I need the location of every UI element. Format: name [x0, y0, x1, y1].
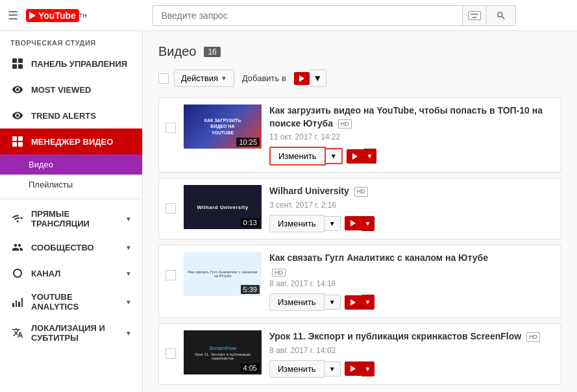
edit-button-4[interactable]: Изменить: [269, 360, 325, 378]
sidebar-label-localization: ЛОКАЛИЗАЦИЯ И СУБТИТРЫ: [31, 323, 119, 343]
sidebar-item-playlists[interactable]: Плейлисты: [0, 175, 142, 195]
page-title: Видео: [158, 44, 196, 59]
hamburger-menu[interactable]: ☰: [8, 8, 18, 23]
video-play-arrow-1[interactable]: ▼: [363, 149, 377, 164]
video-thumbnail-3: Как связать Гугл Аналитикс с каналом на …: [184, 252, 262, 296]
sidebar-item-localization[interactable]: ЛОКАЛИЗАЦИЯ И СУБТИТРЫ ▼: [0, 317, 142, 349]
video-play-arrow-4[interactable]: ▼: [362, 361, 375, 376]
thumb-duration-1: 10:25: [236, 138, 260, 147]
sidebar-item-videos[interactable]: Видео: [0, 154, 142, 175]
video-checkbox-1[interactable]: [166, 123, 176, 133]
sidebar-item-most-viewed[interactable]: MOST VIEWED: [0, 77, 142, 103]
video-title-2: Wilhard University HD: [269, 185, 554, 198]
sidebar-divider-1: [0, 199, 142, 199]
video-item-2: Wilhard University 0:13 Wilhard Universi…: [158, 178, 561, 239]
video-date-3: 8 авг. 2017 г. 14:18: [269, 279, 554, 288]
chevron-down-icon-localization: ▼: [125, 330, 132, 337]
sidebar-label-channel: КАНАЛ: [31, 269, 119, 278]
thumb-duration-3: 5:39: [241, 285, 260, 294]
play-icon: [29, 12, 36, 19]
video-play-button-3[interactable]: [345, 295, 362, 310]
video-info-3: Как связать Гугл Аналитикс с каналом на …: [269, 252, 554, 312]
actions-button[interactable]: Действия ▼: [174, 69, 234, 87]
thumb-text-4: ScreenFlow Урок 11. Экспорт и публикация…: [184, 343, 262, 363]
video-checkbox-2[interactable]: [166, 203, 176, 214]
sidebar-item-community[interactable]: СООБЩЕСТВО ▼: [0, 234, 142, 260]
search-button[interactable]: [486, 5, 516, 26]
video-actions-4: Изменить ▼ ▼: [269, 360, 554, 378]
video-checkbox-4[interactable]: [166, 349, 176, 359]
thumb-duration-4: 4:05: [241, 363, 260, 373]
add-dropdown-button[interactable]: ▼: [310, 69, 326, 87]
keyboard-button[interactable]: [462, 5, 486, 26]
select-all-checkbox[interactable]: [158, 73, 169, 84]
video-date-2: 3 сент. 2017 г. 2:16: [269, 201, 554, 210]
sidebar-label-videos: Видео: [29, 160, 53, 169]
search-input[interactable]: [153, 5, 462, 26]
video-info-2: Wilhard University HD 3 сент. 2017 г. 2:…: [269, 185, 554, 232]
sidebar-item-trend-alerts[interactable]: TREND ALERTS: [0, 103, 142, 129]
video-checkbox-3[interactable]: [166, 270, 176, 280]
chevron-down-icon-channel: ▼: [125, 270, 132, 277]
sidebar-item-channel[interactable]: КАНАЛ ▼: [0, 260, 142, 286]
sidebar-label-community: СООБЩЕСТВО: [31, 243, 119, 252]
sidebar-item-dashboard[interactable]: ПАНЕЛЬ УПРАВЛЕНИЯ: [0, 51, 142, 77]
channel-icon: [10, 266, 25, 280]
live-icon: [10, 212, 25, 226]
logo-th: TH: [79, 12, 87, 19]
video-play-arrow-2[interactable]: ▼: [362, 216, 375, 231]
toolbar: Действия ▼ Добавить в ▼: [158, 69, 561, 87]
video-item-1: КАК ЗАГРУЗИТЬВИДЕО НАYOUTUBE 10:25 Как з…: [158, 97, 561, 173]
video-thumbnail-2: Wilhard University 0:13: [184, 185, 262, 229]
topbar: ☰ YouTube TH: [0, 0, 577, 31]
video-info-4: Урок 11. Экспорт и публикация скринкасто…: [269, 330, 554, 378]
keyboard-icon: [468, 11, 481, 20]
edit-dropdown-3[interactable]: ▼: [325, 295, 341, 310]
search-icon: [496, 10, 506, 21]
video-play-button-4[interactable]: [345, 361, 362, 376]
sidebar-label-trend-alerts: TREND ALERTS: [31, 111, 132, 121]
sidebar-item-analytics[interactable]: YOUTUBE ANALYTICS ▼: [0, 286, 142, 317]
video-play-arrow-3[interactable]: ▼: [362, 295, 375, 310]
edit-button-2[interactable]: Изменить: [269, 215, 325, 232]
video-play-button-2[interactable]: [345, 216, 362, 230]
community-icon: [10, 240, 25, 254]
edit-dropdown-4[interactable]: ▼: [325, 361, 341, 376]
edit-dropdown-2[interactable]: ▼: [325, 216, 341, 231]
sidebar-label-most-viewed: MOST VIEWED: [31, 85, 132, 95]
sidebar-item-video-manager[interactable]: МЕНЕДЖЕР ВИДЕО: [0, 129, 142, 154]
thumb-duration-2: 0:13: [241, 218, 260, 227]
video-play-button-1[interactable]: [347, 149, 363, 164]
hd-badge-2: HD: [354, 187, 368, 197]
thumb-text-2: Wilhard University: [197, 204, 248, 210]
video-date-4: 8 авг. 2017 г. 14:02: [269, 346, 554, 355]
eye-icon-most: [10, 82, 25, 97]
edit-button-3[interactable]: Изменить: [269, 293, 325, 311]
grid-icon: [10, 56, 25, 71]
add-dropdown-arrow-icon: ▼: [313, 73, 322, 83]
hd-badge-3: HD: [272, 269, 286, 276]
add-to-control: ▼: [294, 69, 326, 87]
video-count-badge: 16: [204, 47, 220, 57]
video-manager-icon: [10, 134, 25, 149]
video-actions-1: Изменить ▼ ▼: [269, 147, 554, 165]
sidebar-label-analytics: YOUTUBE ANALYTICS: [31, 292, 119, 312]
sidebar-item-live[interactable]: ПРЯМЫЕ ТРАНСЛЯЦИИ ▼: [0, 203, 142, 234]
sidebar: ТВОРЧЕСКАЯ СТУДИЯ ПАНЕЛЬ УПРАВЛЕНИЯ MOST…: [0, 31, 143, 392]
add-play-button[interactable]: [294, 72, 310, 85]
sidebar-label-live: ПРЯМЫЕ ТРАНСЛЯЦИИ: [31, 209, 119, 228]
video-thumbnail-4: ScreenFlow Урок 11. Экспорт и публикация…: [184, 330, 262, 374]
play-icon-2: [350, 220, 356, 227]
chevron-down-icon-analytics: ▼: [125, 299, 132, 306]
video-item-4: ScreenFlow Урок 11. Экспорт и публикация…: [158, 323, 561, 385]
hd-badge-4: HD: [526, 332, 540, 342]
video-title-1: Как загрузить видео на YouTube, чтобы по…: [269, 104, 554, 130]
edit-dropdown-1[interactable]: ▼: [326, 148, 343, 164]
thumb-text-3: Как связать Гугл Аналитикс с каналом на …: [184, 267, 262, 280]
analytics-icon: [10, 295, 25, 309]
sidebar-label-dashboard: ПАНЕЛЬ УПРАВЛЕНИЯ: [31, 59, 132, 69]
edit-button-1[interactable]: Изменить: [269, 147, 326, 165]
video-date-1: 11 окт. 2017 г. 14:22: [269, 132, 554, 141]
eye-icon-trend: [10, 108, 25, 123]
studio-label: ТВОРЧЕСКАЯ СТУДИЯ: [0, 31, 142, 51]
